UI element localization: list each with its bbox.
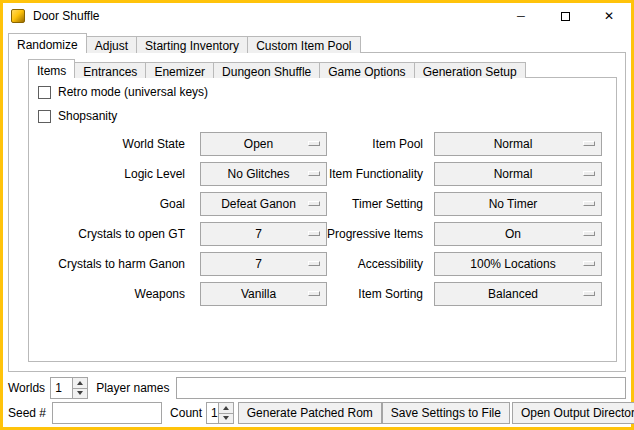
arrow-down-icon [77, 391, 83, 395]
spinner-buttons [218, 403, 233, 423]
window-title: Door Shuffle [33, 9, 100, 23]
dropdown-value: On [505, 227, 531, 241]
settings-grid: World State Open Item Pool Normal Logic … [28, 132, 602, 312]
app-icon [11, 9, 25, 23]
logic-level-label: Logic Level [28, 167, 193, 181]
count-increment-button[interactable] [219, 403, 233, 413]
secondary-tab-bar: Items Entrances Enemizer Dungeon Shuffle… [28, 59, 526, 78]
maximize-button[interactable] [543, 3, 587, 29]
dropdown-value: 100% Locations [470, 257, 565, 271]
dropdown-indicator-icon [583, 171, 595, 176]
dropdown-indicator-icon [308, 291, 320, 296]
tab-randomize[interactable]: Randomize [8, 33, 87, 53]
accessibility-dropdown[interactable]: 100% Locations [434, 252, 602, 276]
save-settings-button[interactable]: Save Settings to File [382, 402, 510, 424]
arrow-up-icon [77, 381, 83, 385]
tab-dungeon-shuffle[interactable]: Dungeon Shuffle [213, 62, 320, 78]
tab-items[interactable]: Items [28, 59, 75, 78]
settings-row: World State Open Item Pool Normal [28, 132, 602, 156]
dropdown-indicator-icon [308, 201, 320, 206]
dropdown-value: No Glitches [227, 167, 299, 181]
crystals-gt-dropdown[interactable]: 7 [200, 222, 327, 246]
primary-tab-bar: Randomize Adjust Starting Inventory Cust… [8, 33, 361, 53]
generate-patched-rom-button[interactable]: Generate Patched Rom [238, 402, 382, 424]
timer-setting-label: Timer Setting [327, 197, 429, 211]
checkbox-box[interactable] [38, 110, 51, 123]
settings-row: Logic Level No Glitches Item Functionali… [28, 162, 602, 186]
arrow-up-icon [223, 406, 229, 410]
tab-custom-item-pool[interactable]: Custom Item Pool [247, 36, 360, 53]
worlds-decrement-button[interactable] [73, 388, 87, 399]
checkbox-label: Shopsanity [58, 109, 117, 123]
item-sorting-dropdown[interactable]: Balanced [434, 282, 602, 306]
count-label: Count [170, 406, 202, 420]
settings-row: Crystals to open GT 7 Progressive Items … [28, 222, 602, 246]
worlds-row: Worlds 1 Player names [8, 377, 626, 399]
world-state-dropdown[interactable]: Open [200, 132, 327, 156]
tab-entrances[interactable]: Entrances [74, 62, 146, 78]
window-controls: ─ ✕ [499, 3, 631, 29]
seed-row: Seed # Count 1 Generate Patched Rom Save… [8, 402, 626, 424]
dropdown-value: Normal [494, 137, 543, 151]
close-button[interactable]: ✕ [587, 3, 631, 29]
world-state-label: World State [28, 137, 193, 151]
worlds-spinner[interactable]: 1 [50, 377, 88, 399]
tab-generation-setup[interactable]: Generation Setup [414, 62, 526, 78]
dropdown-value: 7 [255, 227, 272, 241]
crystals-ganon-label: Crystals to harm Ganon [28, 257, 193, 271]
spinner-buttons [72, 378, 87, 398]
dropdown-indicator-icon [308, 171, 320, 176]
open-output-directory-button[interactable]: Open Output Directory [512, 402, 634, 424]
dropdown-value: 7 [255, 257, 272, 271]
settings-row: Goal Defeat Ganon Timer Setting No Timer [28, 192, 602, 216]
worlds-label: Worlds [8, 381, 45, 395]
retro-mode-checkbox[interactable]: Retro mode (universal keys) [38, 84, 208, 100]
timer-setting-dropdown[interactable]: No Timer [434, 192, 602, 216]
dropdown-indicator-icon [308, 261, 320, 266]
seed-input[interactable] [52, 402, 162, 424]
item-functionality-label: Item Functionality [327, 167, 429, 181]
count-decrement-button[interactable] [219, 413, 233, 424]
minimize-button[interactable]: ─ [499, 3, 543, 29]
arrow-down-icon [223, 416, 229, 420]
door-shuffle-window: Door Shuffle ─ ✕ Randomize Adjust Starti… [0, 0, 634, 430]
close-icon: ✕ [604, 10, 614, 22]
settings-row: Weapons Vanilla Item Sorting Balanced [28, 282, 602, 306]
progressive-items-dropdown[interactable]: On [434, 222, 602, 246]
weapons-label: Weapons [28, 287, 193, 301]
item-sorting-label: Item Sorting [327, 287, 429, 301]
shopsanity-checkbox[interactable]: Shopsanity [38, 108, 117, 124]
tab-game-options[interactable]: Game Options [319, 62, 414, 78]
checkbox-label: Retro mode (universal keys) [58, 85, 208, 99]
dropdown-indicator-icon [308, 141, 320, 146]
dropdown-value: Vanilla [241, 287, 286, 301]
dropdown-value: Normal [494, 167, 543, 181]
goal-dropdown[interactable]: Defeat Ganon [200, 192, 327, 216]
dropdown-indicator-icon [583, 261, 595, 266]
logic-level-dropdown[interactable]: No Glitches [200, 162, 327, 186]
count-spinner[interactable]: 1 [206, 402, 234, 424]
dropdown-value: Open [244, 137, 283, 151]
accessibility-label: Accessibility [327, 257, 429, 271]
minimize-icon: ─ [517, 11, 525, 22]
dropdown-indicator-icon [583, 231, 595, 236]
tab-adjust[interactable]: Adjust [86, 36, 137, 53]
goal-label: Goal [28, 197, 193, 211]
item-pool-dropdown[interactable]: Normal [434, 132, 602, 156]
count-value[interactable]: 1 [207, 403, 218, 423]
crystals-ganon-dropdown[interactable]: 7 [200, 252, 327, 276]
dropdown-value: No Timer [489, 197, 548, 211]
dropdown-indicator-icon [308, 231, 320, 236]
weapons-dropdown[interactable]: Vanilla [200, 282, 327, 306]
maximize-icon [561, 12, 570, 21]
tab-enemizer[interactable]: Enemizer [145, 62, 214, 78]
worlds-value[interactable]: 1 [51, 378, 72, 398]
player-names-input[interactable] [176, 377, 627, 399]
checkbox-box[interactable] [38, 86, 51, 99]
dropdown-indicator-icon [583, 201, 595, 206]
tab-starting-inventory[interactable]: Starting Inventory [136, 36, 248, 53]
item-functionality-dropdown[interactable]: Normal [434, 162, 602, 186]
dropdown-indicator-icon [583, 141, 595, 146]
worlds-increment-button[interactable] [73, 378, 87, 388]
player-names-label: Player names [96, 381, 169, 395]
